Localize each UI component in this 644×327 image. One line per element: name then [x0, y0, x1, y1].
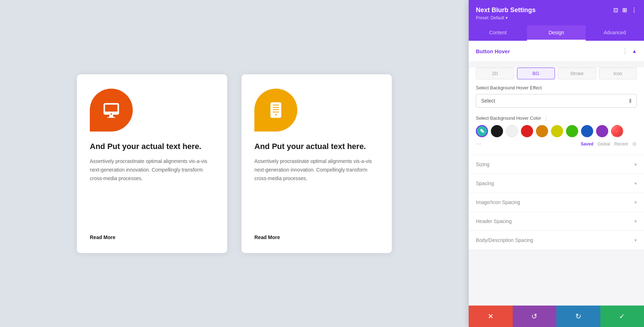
- panel-icon-more[interactable]: ⋮: [631, 7, 637, 14]
- panel-tabs: Content Design Advanced: [469, 25, 644, 41]
- color-swatch-teal[interactable]: ✎: [476, 125, 488, 137]
- color-swatch-green[interactable]: [566, 125, 578, 137]
- blurb-icon-bg-2: [254, 89, 297, 132]
- panel-title-row: Next Blurb Settings ⊡ ⊞ ⋮: [476, 6, 637, 14]
- sub-tabs: 2D BG Stroke Icon: [476, 68, 637, 79]
- section-toggle: ⋮ ▲: [622, 47, 637, 55]
- canvas-area: And Put your actual text here. Assertive…: [0, 0, 469, 327]
- spacing-label: Spacing: [476, 180, 494, 186]
- bg-hover-color-label: Select Background Hover Color: [476, 115, 541, 121]
- blurb-body-1: Assertively procrastinate optimal alignm…: [90, 157, 214, 226]
- monitor-icon: [102, 101, 121, 119]
- color-tabs-row: ··· Saved Global Recent ⚙: [476, 140, 637, 148]
- section-body-spacing[interactable]: Body/Description Spacing ▾: [469, 231, 644, 250]
- sub-tab-bg[interactable]: BG: [517, 68, 555, 79]
- blurb-title-1: And Put your actual text here.: [90, 142, 214, 152]
- color-field-dots-icon[interactable]: ⋮: [543, 115, 549, 122]
- section-chevron-up-icon[interactable]: ▲: [632, 48, 637, 54]
- save-button[interactable]: ✓: [600, 306, 644, 327]
- color-more-dots[interactable]: ···: [476, 140, 481, 148]
- color-swatch-red[interactable]: [521, 125, 533, 137]
- color-swatch-yellow[interactable]: [551, 125, 563, 137]
- image-icon-spacing-label: Image/Icon Spacing: [476, 199, 520, 205]
- color-swatches-row: ✎ ⟋: [476, 125, 637, 137]
- sub-tab-2d[interactable]: 2D: [476, 68, 514, 79]
- blurb-readmore-2[interactable]: Read More: [254, 234, 379, 240]
- section-sizing[interactable]: Sizing ▾: [469, 155, 644, 174]
- bg-hover-effect-select[interactable]: Select Fade Slide Sweep: [476, 94, 637, 108]
- section-button-hover-title: Button Hover: [476, 48, 510, 54]
- bg-hover-effect-label: Select Background Hover Effect: [476, 85, 637, 90]
- header-spacing-chevron-icon: ▾: [634, 218, 637, 224]
- color-swatch-purple[interactable]: [596, 125, 608, 137]
- section-dots-icon[interactable]: ⋮: [622, 47, 628, 55]
- section-spacing[interactable]: Spacing ▾: [469, 174, 644, 193]
- blurb-title-2: And Put your actual text here.: [254, 142, 379, 152]
- tab-advanced[interactable]: Advanced: [586, 25, 644, 41]
- pencil-icon: ✎: [480, 128, 484, 135]
- bg-hover-color-label-row: Select Background Hover Color ⋮: [476, 115, 637, 122]
- spacing-chevron-icon: ▾: [634, 180, 637, 186]
- bg-hover-effect-select-wrap: Select Fade Slide Sweep ⬍: [476, 94, 637, 108]
- sizing-chevron-icon: ▾: [634, 162, 637, 167]
- blurb-card-2: And Put your actual text here. Assertive…: [241, 74, 392, 253]
- tab-content[interactable]: Content: [469, 25, 527, 41]
- panel-icon-columns[interactable]: ⊞: [622, 7, 627, 14]
- panel-icon-target[interactable]: ⊡: [613, 7, 618, 14]
- color-tab-saved[interactable]: Saved: [581, 142, 593, 147]
- redo-button[interactable]: ↻: [556, 306, 600, 327]
- gradient-icon: ⟋: [612, 126, 623, 137]
- button-hover-content: 2D BG Stroke Icon Select Background Hove…: [469, 68, 644, 155]
- sub-tab-stroke[interactable]: Stroke: [558, 68, 596, 79]
- settings-panel: Next Blurb Settings ⊡ ⊞ ⋮ Preset: Defaul…: [469, 0, 644, 327]
- sizing-label: Sizing: [476, 162, 489, 167]
- color-swatch-gradient[interactable]: ⟋: [611, 125, 623, 137]
- blurb-body-2: Assertively procrastinate optimal alignm…: [254, 157, 379, 226]
- blurb-readmore-1[interactable]: Read More: [90, 234, 214, 240]
- image-icon-spacing-chevron-icon: ▾: [634, 199, 637, 205]
- body-spacing-label: Body/Description Spacing: [476, 237, 533, 243]
- color-tab-recent[interactable]: Recent: [614, 142, 628, 147]
- cancel-button[interactable]: ✕: [469, 306, 513, 327]
- undo-button[interactable]: ↺: [513, 306, 557, 327]
- panel-content: Button Hover ⋮ ▲ 2D BG Stroke Icon Selec…: [469, 41, 644, 327]
- header-spacing-label: Header Spacing: [476, 218, 512, 224]
- panel-preset[interactable]: Preset: Default ▾: [476, 15, 637, 20]
- color-swatch-blue[interactable]: [581, 125, 593, 137]
- panel-title-text: Next Blurb Settings: [476, 6, 536, 14]
- section-header-spacing[interactable]: Header Spacing ▾: [469, 212, 644, 231]
- blurb-icon-bg-1: [90, 89, 133, 132]
- color-swatch-orange[interactable]: [536, 125, 548, 137]
- bottom-bar: ✕ ↺ ↻ ✓: [469, 306, 644, 327]
- section-button-hover-header[interactable]: Button Hover ⋮ ▲: [469, 41, 644, 62]
- panel-title-icons: ⊡ ⊞ ⋮: [613, 7, 637, 14]
- blurb-card-1: And Put your actual text here. Assertive…: [77, 74, 227, 253]
- panel-header: Next Blurb Settings ⊡ ⊞ ⋮ Preset: Defaul…: [469, 0, 644, 25]
- color-swatch-white[interactable]: [506, 125, 518, 137]
- tab-design[interactable]: Design: [527, 25, 585, 41]
- building-icon: [267, 101, 285, 119]
- color-swatch-black[interactable]: [491, 125, 503, 137]
- color-tab-global[interactable]: Global: [597, 142, 610, 147]
- section-image-icon-spacing[interactable]: Image/Icon Spacing ▾: [469, 193, 644, 212]
- body-spacing-chevron-icon: ▾: [634, 237, 637, 243]
- color-settings-gear-icon[interactable]: ⚙: [632, 141, 637, 147]
- sub-tab-icon[interactable]: Icon: [599, 68, 637, 79]
